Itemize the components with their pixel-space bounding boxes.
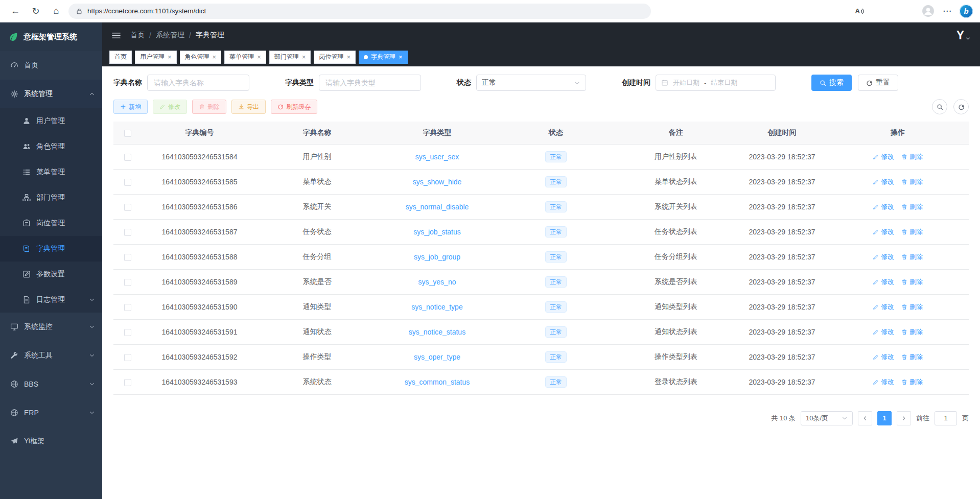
dict-type-link[interactable]: sys_yes_no <box>418 278 456 286</box>
delete-button[interactable]: 删除 <box>192 100 226 114</box>
sidebar-item-home[interactable]: 首页 <box>0 51 102 80</box>
close-tab-icon[interactable]: × <box>346 53 351 61</box>
delete-row-button[interactable]: 删除 <box>901 327 923 337</box>
sidebar-item-tools[interactable]: 系统工具 <box>0 341 102 370</box>
edit-row-button[interactable]: 修改 <box>873 252 894 262</box>
row-checkbox[interactable] <box>124 279 131 286</box>
row-checkbox[interactable] <box>124 329 131 336</box>
close-tab-icon[interactable]: × <box>302 53 306 61</box>
dict-type-link[interactable]: sys_notice_type <box>411 303 462 311</box>
sidebar-item-yiframe[interactable]: Yi框架 <box>0 427 102 456</box>
dict-name-input[interactable] <box>147 75 249 91</box>
delete-row-button[interactable]: 删除 <box>901 177 923 186</box>
edit-row-button[interactable]: 修改 <box>873 302 894 312</box>
export-button[interactable]: 导出 <box>231 100 266 114</box>
dict-type-link[interactable]: sys_normal_disable <box>406 203 469 211</box>
jump-page-input[interactable] <box>935 411 957 425</box>
edit-row-button[interactable]: 修改 <box>873 327 894 337</box>
browser-refresh-icon[interactable]: ↻ <box>28 3 44 19</box>
delete-row-button[interactable]: 删除 <box>901 302 923 312</box>
sidebar-item-bbs[interactable]: BBS <box>0 370 102 398</box>
browser-back-icon[interactable]: ← <box>7 3 24 19</box>
edit-row-button[interactable]: 修改 <box>873 152 894 161</box>
close-tab-icon[interactable]: × <box>168 53 172 61</box>
tab-item[interactable]: 首页 <box>109 51 132 64</box>
page-size-select[interactable]: 10条/页 <box>801 411 853 425</box>
dict-type-link[interactable]: sys_notice_status <box>409 328 465 336</box>
row-checkbox[interactable] <box>124 179 131 186</box>
app-logo[interactable]: 意框架管理系统 <box>0 22 102 51</box>
close-tab-icon[interactable]: × <box>213 53 217 61</box>
tab-item[interactable]: 用户管理× <box>135 51 177 64</box>
add-button[interactable]: 新增 <box>113 100 148 114</box>
profile-avatar[interactable] <box>922 5 935 17</box>
row-checkbox[interactable] <box>124 154 131 161</box>
toggle-search-button[interactable] <box>932 99 947 114</box>
sidebar-item-post[interactable]: 岗位管理 <box>0 210 102 236</box>
sidebar-item-system[interactable]: 系统管理 <box>0 80 102 108</box>
dict-type-input[interactable] <box>319 75 421 91</box>
row-checkbox[interactable] <box>124 229 131 236</box>
edit-row-button[interactable]: 修改 <box>873 277 894 287</box>
tab-item[interactable]: 角色管理× <box>180 51 222 64</box>
delete-row-button[interactable]: 删除 <box>901 377 923 387</box>
delete-row-button[interactable]: 删除 <box>901 227 923 236</box>
refresh-cache-button[interactable]: 刷新缓存 <box>271 100 317 114</box>
bing-chat-icon[interactable]: b <box>960 5 973 18</box>
read-aloud-icon[interactable]: A <box>855 7 865 15</box>
more-options-icon[interactable]: ⋯ <box>943 6 951 16</box>
prev-page-button[interactable] <box>858 411 872 425</box>
date-range-picker[interactable]: 开始日期 - 结束日期 <box>656 75 776 91</box>
row-checkbox[interactable] <box>124 379 131 386</box>
browser-home-icon[interactable]: ⌂ <box>48 3 64 19</box>
edit-row-button[interactable]: 修改 <box>873 202 894 211</box>
edit-row-button[interactable]: 修改 <box>873 377 894 387</box>
breadcrumb-item[interactable]: 首页 <box>130 31 145 40</box>
sidebar-item-monitor[interactable]: 系统监控 <box>0 313 102 341</box>
row-checkbox[interactable] <box>124 254 131 261</box>
dict-type-link[interactable]: sys_job_status <box>413 228 461 236</box>
search-button[interactable]: 搜索 <box>811 75 852 91</box>
delete-row-button[interactable]: 删除 <box>901 252 923 262</box>
sidebar-item-menu[interactable]: 菜单管理 <box>0 159 102 185</box>
sidebar-item-role[interactable]: 角色管理 <box>0 134 102 159</box>
dict-type-link[interactable]: sys_oper_type <box>414 353 460 361</box>
edit-row-button[interactable]: 修改 <box>873 177 894 186</box>
dict-type-link[interactable]: sys_common_status <box>405 378 470 386</box>
page-1-button[interactable]: 1 <box>877 411 892 425</box>
row-checkbox[interactable] <box>124 204 131 211</box>
tab-item[interactable]: 字典管理× <box>359 51 408 64</box>
delete-row-button[interactable]: 删除 <box>901 152 923 161</box>
close-tab-icon[interactable]: × <box>399 53 403 61</box>
tab-item[interactable]: 菜单管理× <box>224 51 266 64</box>
sidebar-item-user[interactable]: 用户管理 <box>0 108 102 134</box>
dict-type-link[interactable]: sys_user_sex <box>415 153 459 161</box>
next-page-button[interactable] <box>897 411 911 425</box>
reset-button[interactable]: 重置 <box>858 75 898 91</box>
close-tab-icon[interactable]: × <box>257 53 261 61</box>
delete-row-button[interactable]: 删除 <box>901 202 923 211</box>
sidebar-item-erp[interactable]: ERP <box>0 398 102 427</box>
row-checkbox[interactable] <box>124 354 131 361</box>
hamburger-icon[interactable] <box>111 31 121 40</box>
delete-row-button[interactable]: 删除 <box>901 277 923 287</box>
row-checkbox[interactable] <box>124 304 131 311</box>
edit-button[interactable]: 修改 <box>153 100 187 114</box>
user-avatar-menu[interactable]: Y <box>956 30 971 41</box>
address-bar[interactable]: https://ccnetcore.com:1101/system/dict <box>68 4 651 19</box>
select-all-checkbox[interactable] <box>124 130 131 137</box>
edit-row-button[interactable]: 修改 <box>873 352 894 362</box>
refresh-table-button[interactable] <box>953 99 969 114</box>
status-select[interactable]: 正常 <box>476 75 586 91</box>
tab-item[interactable]: 部门管理× <box>269 51 311 64</box>
delete-row-button[interactable]: 删除 <box>901 352 923 362</box>
breadcrumb-item[interactable]: 系统管理 <box>156 31 184 40</box>
tab-item[interactable]: 岗位管理× <box>314 51 356 64</box>
sidebar-item-dict[interactable]: 字典管理 <box>0 236 102 262</box>
sidebar-item-log[interactable]: 日志管理 <box>0 287 102 313</box>
edit-row-button[interactable]: 修改 <box>873 227 894 236</box>
sidebar-item-dept[interactable]: 部门管理 <box>0 185 102 210</box>
dict-type-link[interactable]: sys_job_group <box>414 253 460 261</box>
dict-type-link[interactable]: sys_show_hide <box>413 178 462 186</box>
sidebar-item-param[interactable]: 参数设置 <box>0 262 102 287</box>
